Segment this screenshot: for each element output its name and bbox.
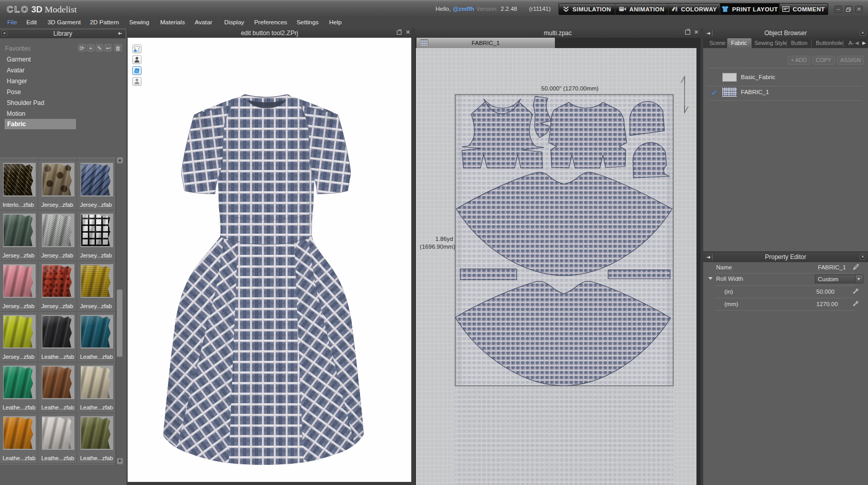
svg-text:1.86yd: 1.86yd [435, 236, 453, 242]
svg-text:(1696.90mm): (1696.90mm) [420, 244, 456, 250]
svg-text:50.000" (1270.00mm): 50.000" (1270.00mm) [541, 85, 599, 92]
